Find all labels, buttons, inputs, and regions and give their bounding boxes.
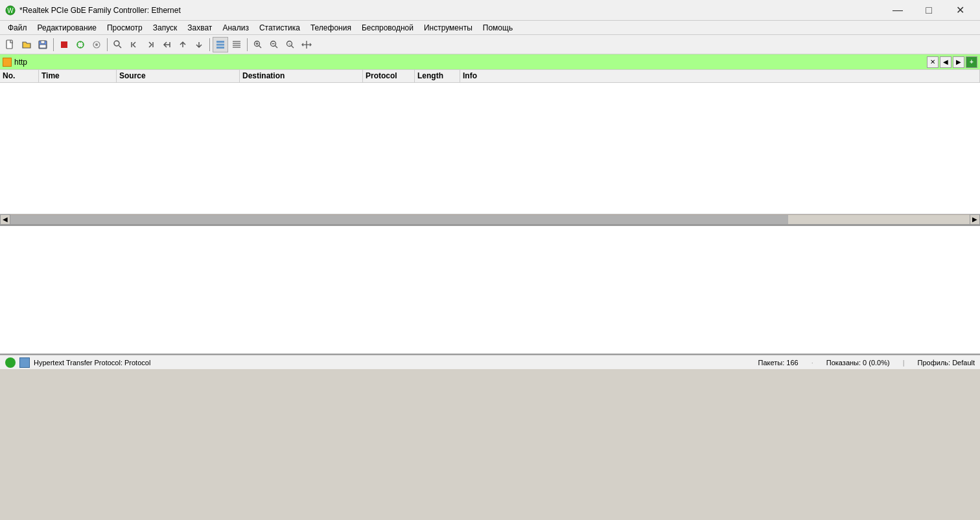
window-controls: — □ ✕ [883,1,975,20]
menu-capture[interactable]: Захват [182,22,217,34]
filter-bookmark-icon [3,58,12,67]
svg-text:W: W [7,7,14,14]
open-file-button[interactable] [19,37,34,52]
column-header-destination[interactable]: Destination [240,70,363,82]
svg-rect-4 [41,41,45,43]
scroll-track[interactable] [10,214,970,225]
svg-point-10 [114,41,119,46]
svg-rect-6 [61,41,67,48]
menu-bar: Файл Редактирование Просмотр Запуск Захв… [0,21,980,35]
menu-statistics[interactable]: Статистика [254,22,305,34]
packet-list-container: No. Time Source Destination Protocol Len… [0,70,980,225]
bottom-panels [0,225,980,355]
menu-edit[interactable]: Редактирование [32,22,102,34]
packet-list-header: No. Time Source Destination Protocol Len… [0,70,980,83]
status-packets: Пакеты: 166 [758,359,799,367]
column-header-protocol[interactable]: Protocol [363,70,415,82]
column-header-info[interactable]: Info [460,70,980,82]
filter-controls: ✕ ◀ ▶ + [927,56,977,68]
desktop-background [0,369,980,520]
toolbar-separator-2 [107,38,108,51]
close-button[interactable]: ✕ [945,1,975,20]
filter-arrow-left-button[interactable]: ◀ [940,56,951,68]
menu-telephony[interactable]: Телефония [305,22,356,34]
packet-list-body[interactable] [0,83,980,214]
zoom-normal-button[interactable]: = [283,37,298,52]
svg-line-27 [275,45,278,48]
restart-button[interactable] [73,37,88,52]
svg-rect-16 [216,43,224,45]
svg-line-11 [119,45,122,48]
status-right: Пакеты: 166 · Показаны: 0 (0.0%) | Профи… [758,359,975,367]
menu-wireless[interactable]: Беспроводной [356,22,419,34]
filter-bar: ✕ ◀ ▶ + [0,54,980,70]
status-protocol-text: Hypertext Transfer Protocol: Protocol [34,359,150,367]
zoom-out-button[interactable] [266,37,282,52]
main-toolbar: = [0,35,980,54]
menu-view[interactable]: Просмотр [102,22,148,34]
status-green-icon [5,357,16,368]
go-up-button[interactable] [175,37,191,52]
options-button[interactable] [89,37,104,52]
status-profile: Профиль: Default [918,359,975,367]
column-header-time[interactable]: Time [39,70,117,82]
toolbar-separator-3 [209,38,210,51]
menu-file[interactable]: Файл [3,22,32,34]
packet-details[interactable] [0,226,980,355]
toolbar-separator-1 [53,38,54,51]
app-icon: W [5,5,16,16]
filter-add-button[interactable]: + [966,56,977,68]
filter-clear-button[interactable]: ✕ [927,56,939,68]
status-shown: Показаны: 0 (0.0%) [826,359,890,367]
status-left: Hypertext Transfer Protocol: Protocol [5,357,150,368]
menu-tools[interactable]: Инструменты [419,22,478,34]
menu-help[interactable]: Помощь [478,22,518,34]
toolbar-separator-4 [247,38,248,51]
title-bar: W *Realtek PCIe GbE Family Controller: E… [0,0,980,21]
status-separator: · [811,359,813,367]
scroll-left-button[interactable]: ◀ [0,214,10,225]
new-file-button[interactable] [3,37,18,52]
column-header-no[interactable]: No. [0,70,39,82]
go-first-button[interactable] [159,37,174,52]
display-details-button[interactable] [229,37,244,52]
status-profile-separator: | [903,359,905,367]
svg-rect-17 [216,47,224,49]
stop-button[interactable] [56,37,72,52]
horizontal-scrollbar[interactable]: ◀ ▶ [0,214,980,224]
maximize-button[interactable]: □ [914,1,944,20]
svg-point-9 [95,43,98,46]
svg-line-23 [259,45,262,48]
window-title: *Realtek PCIe GbE Family Controller: Eth… [19,6,883,15]
zoom-in-button[interactable] [250,37,266,52]
minimize-button[interactable]: — [883,1,913,20]
save-file-button[interactable] [35,37,51,52]
find-button[interactable] [110,37,126,52]
column-header-length[interactable]: Length [415,70,460,82]
svg-line-30 [292,45,294,48]
svg-rect-2 [6,40,12,49]
status-bar: Hypertext Transfer Protocol: Protocol Па… [0,355,980,369]
go-forward-button[interactable] [143,37,158,52]
svg-text:=: = [288,42,291,46]
scroll-thumb[interactable] [10,215,788,224]
menu-go[interactable]: Запуск [148,22,183,34]
column-header-source[interactable]: Source [117,70,240,82]
go-down-button[interactable] [191,37,207,52]
display-list-button[interactable] [213,37,228,52]
go-back-button[interactable] [126,37,142,52]
svg-rect-5 [40,45,46,48]
filter-arrow-right-button[interactable]: ▶ [953,56,964,68]
svg-rect-15 [216,41,224,43]
status-book-icon [19,357,30,368]
menu-analyze[interactable]: Анализ [217,22,254,34]
filter-input[interactable] [14,58,927,67]
resize-columns-button[interactable] [299,37,314,52]
scroll-right-button[interactable]: ▶ [970,214,980,225]
